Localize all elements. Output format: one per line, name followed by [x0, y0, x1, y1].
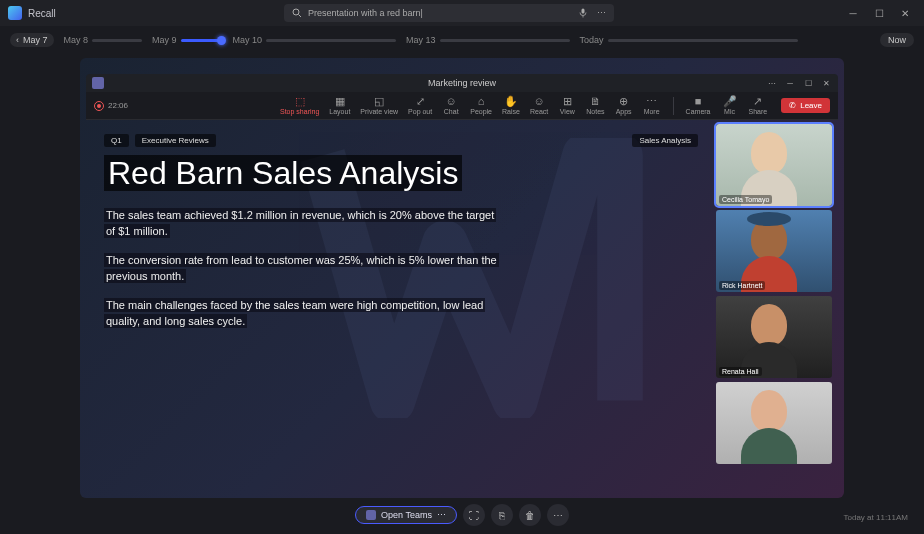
close-button[interactable]: ✕ — [894, 4, 916, 22]
timeline-label: May 10 — [233, 35, 263, 45]
search-icon — [292, 8, 302, 18]
participant-video[interactable]: Renata Hall — [716, 296, 832, 378]
snapshot-viewport: Marketing review ⋯ ─ ☐ ✕ 22:06 ⬚Stop sha… — [80, 58, 844, 498]
minimize-button[interactable]: ─ — [842, 4, 864, 22]
slide-body: The sales team achieved $1.2 million in … — [104, 207, 504, 330]
search-input[interactable]: Presentation with a red barn| ⋯ — [284, 4, 614, 22]
timeline-segment[interactable] — [181, 39, 223, 42]
teams-icon — [92, 77, 104, 89]
toolbar-pop-out[interactable]: ⤢Pop out — [404, 96, 436, 115]
participant-video[interactable]: Cecilia Tomayo — [716, 124, 832, 206]
toolbar-icon: ◱ — [374, 96, 384, 107]
device-share[interactable]: ↗Share — [745, 96, 772, 115]
toolbar-react[interactable]: ☺React — [526, 96, 552, 115]
teams-more-icon[interactable]: ⋯ — [764, 76, 780, 90]
timeline[interactable]: ‹ May 7 May 8May 9May 10May 13Today Now — [0, 26, 924, 54]
toolbar-stop-sharing[interactable]: ⬚Stop sharing — [276, 96, 323, 115]
tag-section: Executive Reviews — [135, 134, 216, 147]
slide-title: Red Barn Sales Analysis — [104, 155, 698, 193]
toolbar-icon: ⊞ — [563, 96, 572, 107]
timeline-label: May 13 — [406, 35, 436, 45]
timeline-back-button[interactable]: ‹ May 7 — [10, 33, 54, 47]
toolbar-more[interactable]: ⋯More — [639, 96, 665, 115]
toolbar-icon: ⬚ — [295, 96, 305, 107]
toolbar-private-view[interactable]: ◱Private view — [356, 96, 402, 115]
search-text: Presentation with a red barn| — [308, 8, 423, 18]
toolbar-icon: ⤢ — [416, 96, 425, 107]
toolbar-icon: 🗎 — [590, 96, 601, 107]
search-options-icon[interactable]: ⋯ — [597, 8, 606, 18]
toolbar-icon: ☺ — [534, 96, 545, 107]
toolbar-icon: ✋ — [504, 96, 518, 107]
toolbar-layout[interactable]: ▦Layout — [325, 96, 354, 115]
toolbar-raise[interactable]: ✋Raise — [498, 96, 524, 115]
teams-minimize-button[interactable]: ─ — [782, 76, 798, 90]
crop-button[interactable]: ⛶ — [463, 504, 485, 526]
toolbar-icon: ⊕ — [619, 96, 628, 107]
presentation-slide: Q1 Executive Reviews Sales Analysis Red … — [86, 120, 716, 482]
svg-rect-2 — [581, 9, 584, 14]
more-icon: ⋯ — [437, 510, 446, 520]
app-name: Recall — [28, 8, 56, 19]
participant-name: Renata Hall — [719, 367, 762, 376]
toolbar-notes[interactable]: 🗎Notes — [582, 96, 608, 115]
maximize-button[interactable]: ☐ — [868, 4, 890, 22]
record-icon — [94, 101, 104, 111]
toolbar-chat[interactable]: ☺Chat — [438, 96, 464, 115]
device-icon: ■ — [695, 96, 702, 107]
delete-button[interactable]: 🗑 — [519, 504, 541, 526]
open-teams-button[interactable]: Open Teams ⋯ — [355, 506, 457, 524]
timeline-segment[interactable] — [440, 39, 570, 42]
footer-more-button[interactable]: ⋯ — [547, 504, 569, 526]
device-icon: ↗ — [753, 96, 762, 107]
toolbar-icon: ⌂ — [478, 96, 485, 107]
copy-button[interactable]: ⎘ — [491, 504, 513, 526]
toolbar-icon: ▦ — [335, 96, 345, 107]
tag-topic: Sales Analysis — [632, 134, 698, 147]
svg-line-1 — [298, 15, 301, 18]
chevron-left-icon: ‹ — [16, 35, 19, 45]
toolbar-view[interactable]: ⊞View — [554, 96, 580, 115]
timeline-label: May 8 — [64, 35, 89, 45]
teams-close-button[interactable]: ✕ — [818, 76, 834, 90]
timeline-segment[interactable] — [92, 39, 142, 42]
device-icon: 🎤 — [723, 96, 737, 107]
toolbar-icon: ⋯ — [646, 96, 657, 107]
tag-quarter: Q1 — [104, 134, 129, 147]
timeline-segment[interactable] — [608, 39, 798, 42]
timeline-label: Today — [580, 35, 604, 45]
recording-indicator: 22:06 — [94, 101, 128, 111]
toolbar-apps[interactable]: ⊕Apps — [611, 96, 637, 115]
timeline-label: May 9 — [152, 35, 177, 45]
phone-icon: ✆ — [789, 101, 796, 110]
svg-point-0 — [293, 9, 299, 15]
participant-video[interactable] — [716, 382, 832, 464]
participant-name: Rick Hartnett — [719, 281, 765, 290]
recall-logo-icon — [8, 6, 22, 20]
teams-logo-icon — [366, 510, 376, 520]
leave-button[interactable]: ✆ Leave — [781, 98, 830, 113]
timeline-now-button[interactable]: Now — [880, 33, 914, 47]
timeline-segment[interactable] — [266, 39, 396, 42]
toolbar-icon: ☺ — [446, 96, 457, 107]
mic-icon[interactable] — [579, 8, 587, 18]
toolbar-people[interactable]: ⌂People — [466, 96, 496, 115]
teams-window-titlebar[interactable]: Marketing review ⋯ ─ ☐ ✕ — [86, 74, 838, 92]
participant-video[interactable]: Rick Hartnett — [716, 210, 832, 292]
device-camera[interactable]: ■Camera — [682, 96, 715, 115]
snapshot-timestamp: Today at 11:11AM — [844, 513, 908, 522]
device-mic[interactable]: 🎤Mic — [717, 96, 743, 115]
teams-maximize-button[interactable]: ☐ — [800, 76, 816, 90]
participant-name: Cecilia Tomayo — [719, 195, 772, 204]
